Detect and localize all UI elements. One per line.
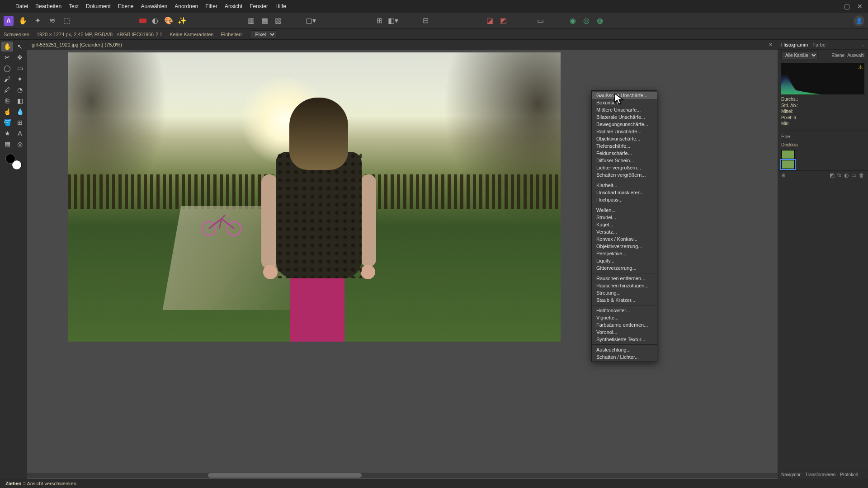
color-chip-red[interactable] [139,19,146,23]
filter-menu-item[interactable]: Versatz... [592,228,657,235]
units-select[interactable]: Pixel [250,30,276,38]
document-tab-close-icon[interactable]: × [769,42,772,48]
filter-menu-item[interactable]: Tiefenschärfe... [592,142,657,150]
swatch-foreground[interactable] [5,154,15,164]
document-tab-title[interactable]: girl-535251_1920.jpg [Geändert] (75,0%) [32,42,122,47]
toolbar-wand-icon[interactable]: ✨ [177,16,187,26]
stack-front-icon[interactable]: ◩ [498,16,508,26]
histogram-warning-icon[interactable]: ⚠ [858,64,863,70]
layer-fx-icon[interactable]: fx [837,172,841,178]
histogram-channel-select[interactable]: Alle Kanäle [781,52,818,59]
toolbar-palette-icon[interactable]: 🎨 [164,16,174,26]
filter-menu-item[interactable]: Bewegungsunschärfe... [592,121,657,128]
filter-menu-item[interactable]: Feldunschärfe... [592,150,657,157]
tool-mesh[interactable]: ⊞ [14,117,26,127]
cloud-sync-c-icon[interactable]: ◍ [595,16,605,26]
filter-menu-item[interactable]: Boxunsch [592,99,657,106]
menu-ansicht[interactable]: Ansicht [225,3,242,9]
tool-move[interactable]: ✥ [14,52,26,62]
filter-menu-item[interactable]: Strudel... [592,214,657,221]
filter-menu-item[interactable]: Ausleuchtung... [592,346,657,353]
assistant-icon[interactable]: ⊞ [374,16,384,26]
tool-bucket[interactable]: 🪣 [1,117,13,127]
cloud-sync-b-icon[interactable]: ◎ [581,16,591,26]
color-swatches[interactable] [5,154,22,170]
tool-smudge[interactable]: ☝ [1,107,13,117]
tool-pen[interactable]: 🖊 [1,85,13,95]
filter-menu-item[interactable]: Unscharf maskieren... [592,189,657,196]
filter-menu-item[interactable]: Konvex / Konkav... [592,235,657,243]
filter-menu-item[interactable]: Radiale Unschärfe... [592,128,657,135]
filter-menu-item[interactable]: Staub & Kratzer... [592,296,657,304]
filter-menu-item[interactable]: Objektivunschärfe... [592,135,657,142]
filter-menu-item[interactable]: Diffuser Schein... [592,157,657,164]
tool-brush[interactable]: 🖌 [1,74,13,84]
filter-menu-item[interactable]: Liquify... [592,257,657,264]
persona-develop-icon[interactable]: ≋ [47,16,57,26]
layer-group-icon[interactable]: ▭ [851,172,856,178]
stack-back-icon[interactable]: ◪ [485,16,495,26]
tool-star[interactable]: ★ [1,128,13,138]
layer-row-1[interactable] [781,150,864,159]
histogram-layer-button[interactable]: Ebene [831,53,844,58]
tool-crop[interactable]: ✂ [1,52,13,62]
preview-toggle-icon[interactable]: ▭ [535,16,545,26]
tool-blur[interactable]: ◔ [14,85,26,95]
filter-menu-item[interactable]: Objektivverzerrung... [592,243,657,250]
align-right-icon[interactable]: ▧ [273,16,283,26]
panel-tab-navigator[interactable]: Navigator [781,472,801,477]
tool-drop[interactable]: 💧 [14,107,26,117]
toolbar-brush-icon[interactable]: ◐ [150,16,160,26]
filter-menu-item[interactable]: Kugel... [592,221,657,228]
align-left-icon[interactable]: ▥ [246,16,256,26]
filter-menu-item[interactable]: Rauschen hinzufügen... [592,282,657,289]
tool-eraser[interactable]: ◧ [14,96,26,106]
filter-menu-item[interactable]: Farbsäume entfernen... [592,321,657,328]
tool-grid[interactable]: ▦ [1,139,13,149]
menu-hilfe[interactable]: Hilfe [275,3,286,9]
filter-menu-item[interactable]: Gaußsche Unschärfe... [592,92,657,99]
filter-menu-item[interactable]: Schatten vergrößern... [592,171,657,178]
snapping-icon[interactable]: ▢▾ [306,16,316,26]
layer-mask-icon[interactable]: ◩ [830,172,835,178]
filter-menu-item[interactable]: Lichter vergrößern... [592,164,657,171]
filter-menu-item[interactable]: Perspektive... [592,250,657,257]
filter-menu-item[interactable]: Voronoi... [592,328,657,336]
account-chip-icon[interactable]: ⊟ [420,16,430,26]
window-maximize-icon[interactable]: ▢ [844,3,850,10]
tool-picker[interactable]: ◎ [14,139,26,149]
layer-delete-icon[interactable]: 🗑 [859,172,864,178]
layer-add-icon[interactable]: ⊕ [781,172,786,178]
filter-menu-item[interactable]: Mittlere Unscharfe... [592,106,657,113]
filter-menu-item[interactable]: Gitterverzerrung... [592,264,657,272]
tool-wand[interactable]: ✦ [14,74,26,84]
histogram-selection-button[interactable]: Auswahl [847,53,864,58]
panel-tab-protokoll[interactable]: Protokoll [840,472,858,477]
layer-adjust-icon[interactable]: ◐ [844,172,849,178]
tool-pointer[interactable]: ↖ [14,42,26,52]
panel-tab-ebenen-mini[interactable]: Ebe [781,134,790,139]
filter-menu-item[interactable]: Halbtonraster... [592,307,657,314]
filter-menu-item[interactable]: Synthetisierte Textur... [592,336,657,343]
menu-text[interactable]: Text [69,3,79,9]
window-minimize-icon[interactable]: — [830,3,837,10]
menu-filter[interactable]: Filter [205,3,217,9]
menu-ebene[interactable]: Ebene [118,3,134,9]
panel-tab-farbe[interactable]: Farbe [812,42,826,47]
filter-menu-item[interactable]: Rauschen entfernen... [592,275,657,282]
menu-anordnen[interactable]: Anordnen [175,3,198,9]
panel-tab-transformieren[interactable]: Transformieren [805,472,835,477]
canvas-stage[interactable] [27,50,778,479]
menu-bearbeiten[interactable]: Bearbeiten [35,3,61,9]
tool-lasso[interactable]: ◯ [1,63,13,73]
tool-rect-select[interactable]: ▭ [14,63,26,73]
cloud-sync-a-icon[interactable]: ◉ [568,16,578,26]
persona-photo-icon[interactable]: ✋ [18,16,28,26]
filter-menu-item[interactable]: Klarheit... [592,182,657,189]
menu-fenster[interactable]: Fenster [250,3,268,9]
tool-hand[interactable]: ✋ [1,42,13,52]
filter-menu-item[interactable]: Vignette... [592,314,657,321]
window-close-icon[interactable]: ✕ [857,3,863,10]
filter-menu-item[interactable]: Schatten / Lichter... [592,353,657,361]
menu-datei[interactable]: Datei [15,3,28,9]
